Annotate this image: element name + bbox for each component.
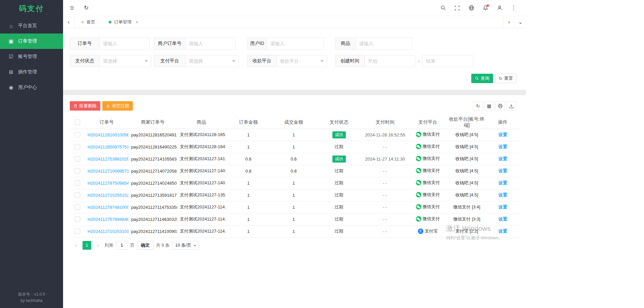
settings-link[interactable]: 设置 — [498, 156, 507, 161]
row-checkbox[interactable] — [75, 204, 80, 210]
user-avatar-icon[interactable] — [492, 0, 506, 16]
tab-dot-icon — [109, 21, 111, 23]
time-start-input[interactable] — [364, 55, 415, 67]
user-id-input[interactable] — [267, 38, 324, 50]
sidebar-item[interactable]: ▣ 订单管理 — [0, 34, 63, 49]
column-filter-icon[interactable]: ▦ — [484, 101, 494, 111]
collect-platform-select[interactable] — [276, 55, 327, 67]
tab-close-icon[interactable]: × — [136, 19, 138, 25]
settings-link[interactable]: 设置 — [498, 180, 507, 185]
order-no-link[interactable]: H2024112810010056 — [88, 132, 128, 137]
tabs-scroll-left-icon[interactable]: ‹ — [63, 16, 74, 28]
column-header: 支付平台 — [409, 116, 447, 129]
order-no-input[interactable] — [99, 38, 150, 50]
sidebar-item[interactable]: ⊞ 插件管理 — [0, 64, 63, 80]
row-checkbox[interactable] — [75, 180, 80, 186]
column-header: 支付时间 — [362, 116, 409, 129]
row-checkbox[interactable] — [75, 156, 80, 162]
pay-platform-select[interactable] — [185, 55, 239, 67]
fullscreen-icon[interactable] — [450, 0, 464, 16]
range-separator: - — [418, 58, 420, 64]
sidebar-item[interactable]: ◉ 用户中心 — [0, 80, 63, 95]
row-checkbox[interactable] — [75, 192, 80, 198]
pay-platform-name: 微信支付 — [423, 180, 440, 186]
order-no-link[interactable]: H2024112797509854 — [88, 181, 128, 186]
page-size-select[interactable]: 10 条/页 — [172, 241, 199, 250]
clear-expired-button[interactable]: 清空过期 — [102, 101, 133, 111]
settings-link[interactable]: 设置 — [498, 204, 507, 209]
notification-bell-icon[interactable] — [478, 0, 492, 16]
collect-platform: 微信支付 [3:3] — [447, 213, 486, 225]
more-options-icon[interactable]: ⋮ — [506, 0, 521, 16]
order-no-link[interactable]: H2024112753981029 — [88, 157, 128, 162]
collect-platform: 收钱吧 [4:5] — [447, 141, 486, 153]
goto-page-input[interactable] — [116, 241, 127, 250]
settings-link[interactable]: 设置 — [498, 144, 507, 149]
settings-link[interactable]: 设置 — [498, 229, 507, 234]
user-id-label: 用户ID — [247, 38, 267, 50]
batch-delete-button[interactable]: 批量删除 — [70, 101, 100, 111]
export-icon[interactable] — [506, 101, 516, 111]
settings-link[interactable]: 设置 — [498, 217, 507, 222]
collapse-menu-icon[interactable] — [65, 0, 79, 16]
alipay-icon: 支 — [419, 230, 422, 233]
merchant-order-no-label: 商户订单号 — [154, 38, 185, 50]
sidebar-item[interactable]: ⌂ 平台首页 — [0, 18, 63, 34]
row-checkbox[interactable] — [75, 168, 80, 174]
order-no-link[interactable]: H2024112710255102 — [88, 193, 128, 198]
language-globe-icon[interactable] — [464, 0, 478, 16]
reset-button[interactable]: ↻ 重置 — [495, 74, 517, 83]
row-checkbox[interactable] — [75, 144, 80, 149]
status-badge: 过期 — [335, 192, 343, 198]
search-icon[interactable] — [436, 0, 450, 16]
goto-label: 到第 — [105, 242, 113, 248]
sidebar-item[interactable]: ☑ 账号管理 — [0, 49, 63, 64]
row-checkbox[interactable] — [75, 217, 80, 222]
settings-link[interactable]: 设置 — [498, 192, 507, 197]
chevron-down-icon — [194, 245, 196, 248]
product-input[interactable] — [356, 38, 412, 50]
column-header: 成交金额 — [271, 116, 316, 129]
table-body: H2024112810010056 pay2024112816520491...… — [70, 129, 519, 237]
settings-link[interactable]: 设置 — [498, 168, 507, 173]
paid-amount: 1 — [271, 177, 316, 189]
section-divider — [63, 90, 526, 95]
row-checkbox[interactable] — [75, 132, 80, 137]
tabs-scroll-right-icon[interactable]: › — [503, 16, 515, 28]
product-name: 支付测试20241128-165... — [177, 129, 226, 141]
goto-confirm-button[interactable]: 确定 — [137, 241, 153, 250]
app-logo: 码支付 — [0, 0, 63, 17]
search-button[interactable]: 查询 — [471, 74, 493, 83]
time-end-input[interactable] — [422, 55, 473, 67]
status-badge: 过期 — [335, 168, 343, 174]
current-page-button[interactable]: 1 — [83, 241, 91, 250]
order-no-link[interactable]: H2024112710253101 — [88, 229, 128, 234]
collect-platform-label: 收款平台 — [247, 55, 276, 67]
pay-status-select[interactable] — [99, 55, 151, 67]
next-page-icon[interactable]: › — [94, 241, 102, 250]
row-checkbox[interactable] — [75, 229, 80, 234]
payment-platform-icon: 支 — [416, 216, 421, 222]
content-area: 订单号 商户订单号 用户ID 商品 — [63, 28, 526, 308]
print-icon[interactable] — [495, 101, 505, 111]
tab-home[interactable]: 首页 — [74, 16, 102, 28]
order-no-link[interactable]: H2024112710099571 — [88, 169, 128, 174]
tab-orders[interactable]: 订单管理 × — [102, 16, 145, 28]
order-no-link[interactable]: H2024112797481009 — [88, 205, 128, 210]
prev-page-icon[interactable]: ‹ — [72, 241, 80, 250]
settings-link[interactable]: 设置 — [498, 132, 507, 137]
order-no-link[interactable]: H2024112757994849 — [88, 217, 128, 222]
pay-time: - - — [362, 165, 409, 177]
wechat-pay-icon — [416, 144, 421, 149]
tabs-menu-icon[interactable]: ⌄ — [515, 16, 526, 28]
select-all-checkbox[interactable] — [75, 120, 80, 125]
refresh-icon[interactable]: ↻ — [79, 0, 93, 16]
pay-platform-cell: 支 微信支付 — [416, 192, 440, 198]
merchant-order-no-input[interactable] — [185, 38, 236, 50]
pay-platform-name: 微信支付 — [423, 131, 440, 137]
payment-platform-icon: 支 — [418, 229, 423, 234]
table-refresh-icon[interactable]: ↻ — [473, 101, 483, 111]
status-badge: 过期 — [335, 180, 343, 186]
order-no-link[interactable]: H2024112850975751 — [88, 144, 128, 149]
tabbar: ‹ 首页 订单管理 × › ⌄ — [63, 16, 526, 28]
